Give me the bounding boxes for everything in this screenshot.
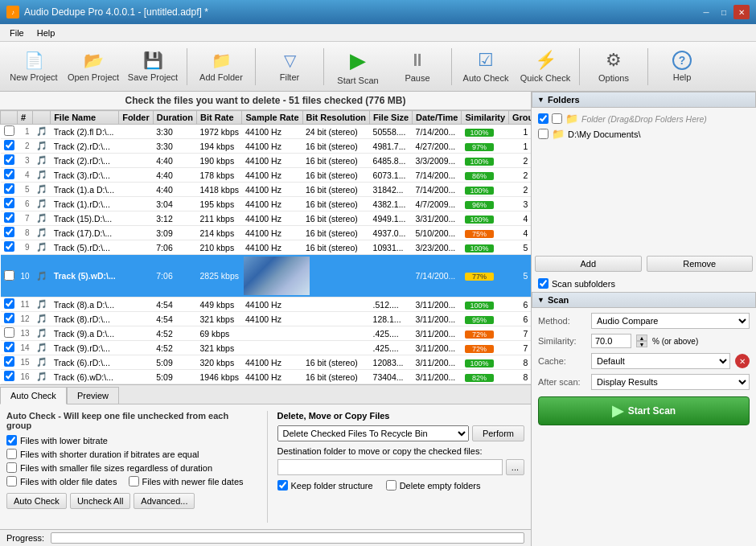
col-group[interactable]: Group [509, 111, 531, 125]
filter-button[interactable]: ▽ Filter [261, 45, 318, 88]
start-scan-toolbar-button[interactable]: ▶ Start Scan [329, 45, 387, 88]
table-row[interactable]: 11 🎵 Track (8).a D:\... 4:54 449 kbps 44… [1, 298, 532, 312]
col-bitrate[interactable]: Bit Rate [197, 111, 242, 125]
scan-subfolders-checkbox[interactable] [538, 278, 549, 289]
row-group: 5 [509, 255, 531, 298]
table-row[interactable]: 2 🎵 Track (2).rD:\... 3:30 194 kbps 4410… [1, 139, 532, 154]
table-row[interactable]: 7 🎵 Track (15).D:\... 3:12 211 kbps 4410… [1, 211, 532, 226]
table-row[interactable]: 14 🎵 Track (9).rD:\... 4:52 321 kbps .42… [1, 341, 532, 355]
col-filesize[interactable]: File Size [370, 111, 413, 125]
row-bitrate: 321 kbps [197, 341, 242, 355]
row-checkbox[interactable] [1, 355, 18, 370]
similarity-down-button[interactable]: ▼ [636, 341, 647, 347]
row-filename: Track (5).wD:\... [51, 255, 119, 298]
col-sample[interactable]: Sample Rate [242, 111, 302, 125]
row-checkbox[interactable] [1, 298, 18, 312]
open-project-button[interactable]: 📂 Open Project [64, 45, 122, 88]
row-checkbox[interactable] [1, 125, 18, 139]
similarity-up-button[interactable]: ▲ [636, 335, 647, 341]
checkbox-smaller-size[interactable] [6, 462, 17, 473]
table-row[interactable]: 15 🎵 Track (6).rD:\... 5:09 320 kbps 441… [1, 355, 532, 370]
advanced-button[interactable]: Advanced... [134, 493, 195, 509]
row-checkbox[interactable] [1, 255, 18, 298]
row-bitres: 16 bit (stereo) [302, 211, 370, 226]
folder-checkbox-1[interactable] [538, 113, 549, 124]
row-checkbox[interactable] [1, 312, 18, 326]
col-folder[interactable]: Folder [119, 111, 154, 125]
row-checkbox[interactable] [1, 326, 18, 341]
row-checkbox[interactable] [1, 183, 18, 197]
similarity-input[interactable] [591, 334, 631, 348]
col-num[interactable]: # [18, 111, 33, 125]
col-duration[interactable]: Duration [153, 111, 196, 125]
table-row[interactable]: 5 🎵 Track (1).a D:\... 4:40 1418 kbps 44… [1, 183, 532, 197]
cache-select[interactable]: Default None Large [591, 353, 730, 369]
row-checkbox[interactable] [1, 154, 18, 168]
start-scan-button[interactable]: ▶ Start Scan [538, 396, 750, 425]
checkbox-delete-empty[interactable] [386, 480, 396, 491]
maximize-button[interactable]: □ [716, 5, 732, 19]
tab-auto-check[interactable]: Auto Check [0, 387, 67, 404]
row-duration: 3:30 [153, 139, 196, 154]
table-row[interactable]: 8 🎵 Track (17).D:\... 3:09 214 kbps 4410… [1, 226, 532, 240]
auto-check-button[interactable]: Auto Check [6, 493, 67, 509]
table-row[interactable]: 16 🎵 Track (6).wD:\... 5:09 1946 kbps 44… [1, 370, 532, 384]
new-project-button[interactable]: 📄 New Project [5, 45, 63, 88]
table-row[interactable]: 13 🎵 Track (9).a D:\... 4:52 69 kbps .42… [1, 326, 532, 341]
dest-folder-input[interactable] [277, 459, 503, 475]
row-checkbox[interactable] [1, 341, 18, 355]
right-panel: ▼ Folders 📁 Folder (Drag&Drop Folders He… [531, 92, 756, 546]
row-checkbox[interactable] [1, 240, 18, 255]
folder-subfolder-checkbox-1[interactable] [552, 113, 562, 124]
col-date[interactable]: Date/Time [413, 111, 462, 125]
table-row[interactable]: 1 🎵 Track (2).fl D:\... 3:30 1972 kbps 4… [1, 125, 532, 139]
browse-dest-button[interactable]: ... [506, 459, 524, 475]
scan-collapse-icon[interactable]: ▼ [537, 296, 544, 304]
checkbox-lower-bitrate[interactable] [6, 435, 17, 445]
add-folder-right-button[interactable]: Add [535, 256, 642, 272]
row-checkbox[interactable] [1, 226, 18, 240]
checkbox-older-dates[interactable] [6, 476, 17, 486]
folders-collapse-icon[interactable]: ▼ [537, 96, 544, 104]
table-row[interactable]: 4 🎵 Track (3).rD:\... 4:40 178 kbps 4410… [1, 168, 532, 183]
auto-check-toolbar-button[interactable]: ☑ Auto Check [457, 45, 515, 88]
menu-help[interactable]: Help [31, 27, 62, 39]
after-scan-select[interactable]: Display Results Auto Check [591, 374, 750, 390]
method-select[interactable]: Audio Compare Hash Compare Name Compare [591, 313, 750, 329]
col-similarity[interactable]: Similarity [462, 111, 509, 125]
row-checkbox[interactable] [1, 168, 18, 183]
save-project-button[interactable]: 💾 Save Project [124, 45, 182, 88]
table-row[interactable]: 6 🎵 Track (1).rD:\... 3:04 195 kbps 4410… [1, 197, 532, 211]
delete-action-dropdown[interactable]: Delete Checked Files To Recycle Bin Move… [277, 425, 469, 441]
table-row[interactable]: 10 🎵 Track (5).wD:\... 7:06 2825 kbps 7/… [1, 255, 532, 298]
col-filename[interactable]: File Name [51, 111, 119, 125]
row-checkbox[interactable] [1, 139, 18, 154]
tab-preview[interactable]: Preview [67, 387, 119, 404]
checkbox-shorter-duration[interactable] [6, 449, 17, 459]
row-checkbox[interactable] [1, 211, 18, 226]
row-checkbox[interactable] [1, 370, 18, 384]
close-button[interactable]: ✕ [733, 5, 750, 19]
checkbox-keep-structure[interactable] [277, 480, 288, 491]
pause-button[interactable]: ⏸ Pause [388, 45, 446, 88]
checkbox-newer-dates[interactable] [129, 476, 139, 486]
row-checkbox[interactable] [1, 197, 18, 211]
table-row[interactable]: 12 🎵 Track (8).rD:\... 4:54 321 kbps 441… [1, 312, 532, 326]
table-row[interactable]: 9 🎵 Track (5).rD:\... 7:06 210 kbps 4410… [1, 240, 532, 255]
remove-folder-button[interactable]: Remove [647, 256, 754, 272]
uncheck-all-button[interactable]: Uncheck All [70, 493, 130, 509]
minimize-button[interactable]: ─ [698, 5, 714, 19]
table-row[interactable]: 3 🎵 Track (2).rD:\... 4:40 190 kbps 4410… [1, 154, 532, 168]
help-button[interactable]: ? Help [653, 45, 711, 88]
options-button[interactable]: ⚙ Options [585, 45, 643, 88]
quick-check-button[interactable]: ⚡ Quick Check [516, 45, 574, 88]
file-table-container[interactable]: # File Name Folder Duration Bit Rate Sam… [0, 110, 531, 384]
col-bitres[interactable]: Bit Resolution [302, 111, 370, 125]
add-folder-button[interactable]: 📁 Add Folder [192, 45, 250, 88]
cache-clear-button[interactable]: ✕ [735, 354, 750, 368]
bottom-content: Auto Check - Will keep one file unchecke… [0, 404, 531, 529]
folder-checkbox-2[interactable] [538, 129, 549, 139]
perform-button[interactable]: Perform [472, 425, 524, 441]
row-group: 7 [509, 326, 531, 341]
menu-file[interactable]: File [3, 27, 31, 39]
